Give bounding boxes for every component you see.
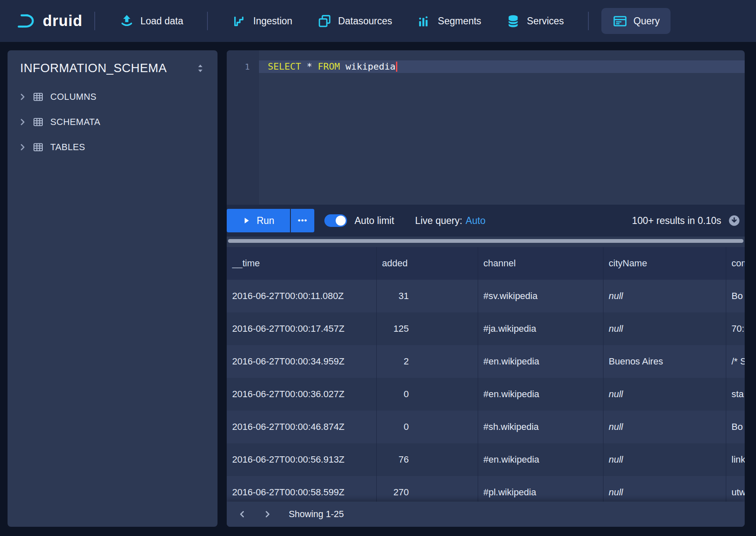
cell-added[interactable]: 76 [376, 443, 478, 476]
sql-table-name: wikipedia [345, 61, 395, 72]
brand-name: druid [43, 12, 83, 30]
table-row: 2016-06-27T00:00:46.874Z 0 #sh.wikipedia… [227, 411, 745, 443]
navbar-divider [588, 12, 589, 30]
tree-item-schemata[interactable]: SCHEMATA [8, 109, 217, 135]
cell-cityname[interactable]: null [603, 411, 726, 443]
table-row: 2016-06-27T00:00:58.599Z 270 #pl.wikiped… [227, 476, 745, 502]
cell-added[interactable]: 0 [376, 411, 478, 443]
nav-item-datasources[interactable]: Datasources [305, 0, 404, 42]
sql-star: * [307, 61, 312, 72]
tree-item-columns[interactable]: COLUMNS [8, 84, 217, 109]
cell-channel[interactable]: #en.wikipedia [478, 378, 603, 411]
cell-time[interactable]: 2016-06-27T00:00:17.457Z [227, 312, 376, 345]
cell-cityname[interactable]: null [603, 312, 726, 345]
editor-gutter: 1 [227, 50, 259, 205]
top-navbar: druid Load data Ingestion Datasources [0, 0, 756, 42]
previous-page-button[interactable] [235, 507, 249, 521]
double-caret-vertical-icon[interactable] [195, 62, 206, 74]
cell-time[interactable]: 2016-06-27T00:00:46.874Z [227, 411, 376, 443]
schema-tree: COLUMNS SCHEMATA [8, 84, 217, 160]
cell-comment[interactable]: link [726, 443, 745, 476]
column-header-added[interactable]: added [376, 247, 478, 280]
cell-added[interactable]: 2 [376, 345, 478, 378]
cell-comment[interactable]: sta [726, 378, 745, 411]
sql-keyword: SELECT [268, 61, 301, 72]
pagination-bar: Showing 1-25 [227, 502, 745, 527]
cell-channel[interactable]: #sv.wikipedia [478, 280, 603, 312]
table-row: 2016-06-27T00:00:34.959Z 2 #en.wikipedia… [227, 345, 745, 378]
next-page-button[interactable] [260, 507, 274, 521]
cell-cityname[interactable]: null [603, 476, 726, 502]
editor-code-area[interactable]: SELECT * FROM wikipedia [259, 50, 745, 205]
cell-comment[interactable]: Bo [726, 280, 745, 312]
druid-brand[interactable]: druid [14, 11, 83, 31]
tree-item-label: SCHEMATA [50, 117, 100, 127]
table-row: 2016-06-27T00:00:56.913Z 76 #en.wikipedi… [227, 443, 745, 476]
cell-time[interactable]: 2016-06-27T00:00:36.027Z [227, 378, 376, 411]
cell-cityname[interactable]: null [603, 378, 726, 411]
sql-editor[interactable]: 1 SELECT * FROM wikipedia [227, 50, 745, 205]
run-toolbar: Run ••• Auto limit Live query: Auto 100+… [227, 205, 745, 237]
more-icon: ••• [298, 216, 308, 225]
services-icon [505, 13, 521, 29]
tree-item-tables[interactable]: TABLES [8, 135, 217, 160]
cell-channel[interactable]: #ja.wikipedia [478, 312, 603, 345]
cell-added-value: 76 [382, 454, 409, 465]
cell-time[interactable]: 2016-06-27T00:00:56.913Z [227, 443, 376, 476]
query-main-panel: 1 SELECT * FROM wikipedia Run ••• Auto l… [227, 50, 745, 527]
tree-item-label: TABLES [50, 142, 85, 153]
nav-item-segments[interactable]: Segments [404, 0, 494, 42]
cell-added-value: 2 [382, 356, 409, 367]
cell-time[interactable]: 2016-06-27T00:00:58.599Z [227, 476, 376, 502]
cell-cityname[interactable]: null [603, 443, 726, 476]
cell-time[interactable]: 2016-06-27T00:00:11.080Z [227, 280, 376, 312]
nav-item-label: Segments [438, 16, 482, 27]
table-icon [33, 117, 44, 127]
segments-icon [417, 13, 432, 29]
run-button[interactable]: Run [227, 209, 290, 232]
cell-cityname[interactable]: Buenos Aires [603, 345, 726, 378]
cell-comment[interactable]: Bo [726, 411, 745, 443]
schema-selector[interactable]: INFORMATION_SCHEMA [8, 50, 217, 75]
column-header-comment[interactable]: comment [726, 247, 745, 280]
cell-channel[interactable]: #pl.wikipedia [478, 476, 603, 502]
live-query-value[interactable]: Auto [466, 215, 485, 226]
cell-added[interactable]: 31 [376, 280, 478, 312]
cell-channel[interactable]: #en.wikipedia [478, 443, 603, 476]
cell-comment[interactable]: 70: [726, 312, 745, 345]
cell-added[interactable]: 125 [376, 312, 478, 345]
druid-logo-icon [14, 11, 37, 31]
column-header-time[interactable]: __time [227, 247, 376, 280]
more-options-button[interactable]: ••• [291, 209, 314, 232]
nav-item-label: Query [634, 16, 660, 27]
nav-item-ingestion[interactable]: Ingestion [220, 0, 304, 42]
cell-cityname[interactable]: null [603, 280, 726, 312]
sql-keyword: FROM [318, 61, 340, 72]
cell-channel[interactable]: #sh.wikipedia [478, 411, 603, 443]
chevron-left-icon [237, 509, 247, 519]
scrollbar-track [227, 237, 745, 247]
cell-added[interactable]: 0 [376, 378, 478, 411]
column-header-channel[interactable]: channel [478, 247, 603, 280]
table-icon [33, 142, 44, 153]
nav-item-services[interactable]: Services [493, 0, 576, 42]
nav-item-query[interactable]: Query [601, 8, 671, 34]
navbar-divider [94, 12, 95, 30]
cell-channel[interactable]: #en.wikipedia [478, 345, 603, 378]
column-header-cityname[interactable]: cityName [603, 247, 726, 280]
text-cursor [396, 62, 397, 72]
cell-time[interactable]: 2016-06-27T00:00:34.959Z [227, 345, 376, 378]
nav-item-load-data[interactable]: Load data [107, 0, 195, 42]
ingestion-icon [232, 13, 247, 29]
auto-limit-toggle[interactable] [324, 214, 347, 227]
nav-item-label: Services [527, 16, 564, 27]
schema-title: INFORMATION_SCHEMA [20, 61, 167, 75]
download-icon[interactable] [728, 214, 740, 227]
showing-label: Showing 1-25 [289, 509, 344, 520]
auto-limit-label: Auto limit [355, 215, 394, 226]
cell-comment[interactable]: utw [726, 476, 745, 502]
nav-item-label: Ingestion [253, 16, 292, 27]
cell-comment[interactable]: /* S [726, 345, 745, 378]
cell-added[interactable]: 270 [376, 476, 478, 502]
horizontal-scrollbar[interactable] [228, 239, 743, 243]
